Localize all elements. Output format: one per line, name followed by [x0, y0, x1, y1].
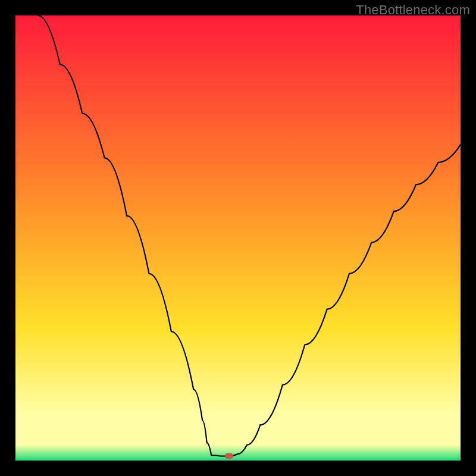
watermark-label: TheBottleneck.com [356, 2, 470, 18]
chart-frame: TheBottleneck.com [0, 0, 476, 476]
bottleneck-curve-chart [15, 15, 461, 461]
optimal-point-marker [225, 453, 233, 459]
plot-area [15, 15, 461, 461]
gradient-background [15, 15, 461, 461]
